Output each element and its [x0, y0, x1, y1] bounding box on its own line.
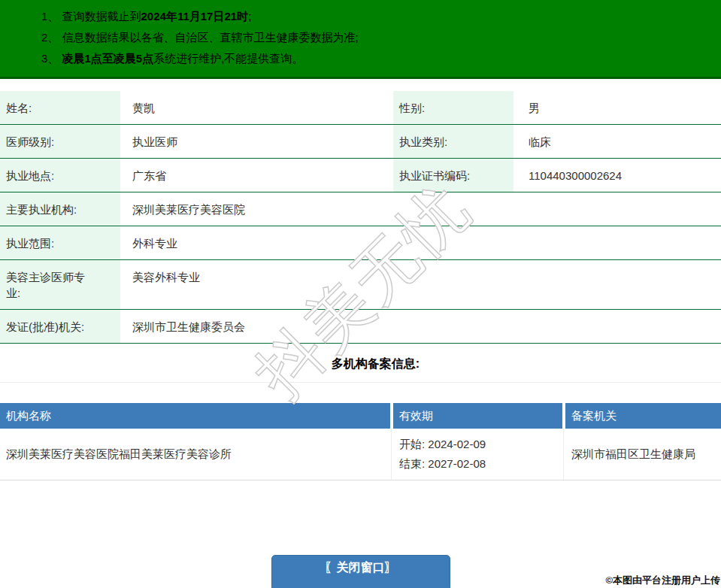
notice-line-1: 1、 查询数据截止到2024年11月17日21时;	[41, 6, 713, 27]
field-value-certificate-no: 110440300002624	[513, 159, 721, 192]
footer: 〖关闭窗口〗	[0, 555, 721, 588]
field-label-practice-category: 执业类别:	[393, 125, 513, 158]
notice-line-3: 3、 凌晨1点至凌晨5点系统进行维护,不能提供查询。	[41, 48, 713, 69]
doctor-info-table: 姓名: 黄凯 性别: 男 医师级别: 执业医师 执业类别: 临床 执业地点: 广…	[0, 91, 721, 344]
column-header-validity: 有效期	[393, 403, 562, 429]
table-row: 深圳美莱医疗美容医院福田美莱医疗美容诊所 开始: 2024-02-09 结束: …	[0, 429, 721, 480]
record-validity-start: 开始: 2024-02-09	[399, 435, 558, 454]
close-window-button[interactable]: 〖关闭窗口〗	[271, 555, 450, 588]
record-org-name-text: 深圳美莱医疗美容医院福田美莱医疗美容诊所	[6, 444, 386, 464]
section-title-multi-institution: 多机构备案信息:	[30, 356, 721, 372]
notice-bold-text: 凌晨1点至凌晨5点	[62, 52, 154, 65]
field-label-main-institution: 主要执业机构:	[0, 192, 120, 226]
notice-text: 1、 查询数据截止到	[41, 10, 141, 23]
notice-banner: 1、 查询数据截止到2024年11月17日21时; 2、 信息数据结果以各省、自…	[0, 0, 721, 79]
field-label-cosmetic-specialty: 美容主诊医师专业:	[0, 260, 120, 309]
table-row: 姓名: 黄凯 性别: 男	[0, 91, 721, 125]
field-value-practice-scope: 外科专业	[120, 226, 721, 259]
column-header-authority: 备案机关	[565, 403, 721, 429]
record-validity-end: 结束: 2027-02-08	[399, 454, 558, 474]
field-label-doctor-level: 医师级别:	[0, 125, 120, 158]
field-label-issuing-authority: 发证(批准)机关:	[0, 310, 120, 343]
column-header-org-name: 机构名称	[0, 403, 390, 429]
notice-text: 系统进行维护,不能提供查询。	[153, 52, 303, 65]
table-row: 执业地点: 广东省 执业证书编码: 110440300002624	[0, 159, 721, 192]
field-label-practice-location: 执业地点:	[0, 159, 120, 192]
table-row: 医师级别: 执业医师 执业类别: 临床	[0, 125, 721, 159]
notice-text: 2、 信息数据结果以各省、自治区、直辖市卫生健康委数据为准;	[41, 31, 359, 44]
license-query-result-page: 1、 查询数据截止到2024年11月17日21时; 2、 信息数据结果以各省、自…	[0, 0, 721, 588]
field-value-main-institution: 深圳美莱医疗美容医院	[120, 192, 721, 226]
field-label-name: 姓名:	[0, 91, 120, 124]
table-row: 美容主诊医师专业: 美容外科专业	[0, 260, 721, 310]
notice-text: 3、	[41, 52, 62, 65]
field-label-certificate-no: 执业证书编码:	[393, 159, 513, 192]
record-validity: 开始: 2024-02-09 结束: 2027-02-08	[391, 429, 562, 480]
notice-text: ;	[248, 10, 251, 23]
field-value-name: 黄凯	[120, 91, 390, 124]
field-value-practice-category: 临床	[513, 125, 721, 158]
field-value-practice-location: 广东省	[120, 159, 390, 192]
field-value-gender: 男	[513, 91, 721, 124]
section-divider	[0, 382, 721, 383]
table-row: 执业范围: 外科专业	[0, 226, 721, 260]
field-label-gender: 性别:	[393, 91, 513, 124]
record-authority-text: 深圳市福田区卫生健康局	[571, 444, 716, 464]
record-org-name: 深圳美莱医疗美容医院福田美莱医疗美容诊所	[0, 429, 390, 480]
notice-line-2: 2、 信息数据结果以各省、自治区、直辖市卫生健康委数据为准;	[41, 27, 713, 48]
field-label-practice-scope: 执业范围:	[0, 226, 120, 259]
records-table-header: 机构名称 有效期 备案机关	[0, 403, 721, 429]
table-row: 主要执业机构: 深圳美莱医疗美容医院	[0, 192, 721, 226]
records-table: 机构名称 有效期 备案机关 深圳美莱医疗美容医院福田美莱医疗美容诊所 开始: 2…	[0, 403, 721, 480]
table-row: 发证(批准)机关: 深圳市卫生健康委员会	[0, 310, 721, 344]
field-value-cosmetic-specialty: 美容外科专业	[120, 260, 721, 309]
notice-bold-text: 2024年11月17日21时	[141, 10, 249, 23]
field-value-doctor-level: 执业医师	[120, 125, 390, 158]
field-value-issuing-authority: 深圳市卫生健康委员会	[120, 310, 721, 343]
record-authority: 深圳市福田区卫生健康局	[563, 429, 721, 480]
